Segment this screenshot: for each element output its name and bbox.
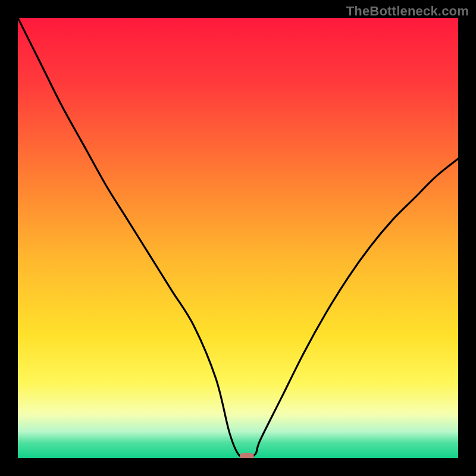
watermark-text: TheBottleneck.com xyxy=(346,4,469,19)
plot-area xyxy=(18,18,458,458)
bottleneck-chart xyxy=(18,18,458,458)
chart-frame: TheBottleneck.com xyxy=(0,0,476,476)
gradient-background xyxy=(18,18,458,458)
optimal-marker xyxy=(240,453,254,458)
